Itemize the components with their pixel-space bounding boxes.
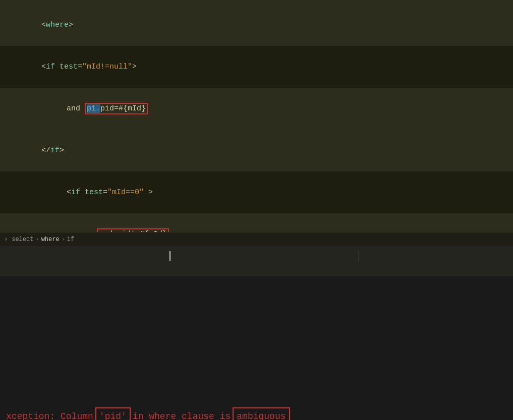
error-pid-box: 'pid'	[95, 407, 131, 420]
error-prefix: xception: Column	[6, 409, 93, 420]
breadcrumb-select[interactable]: select	[12, 236, 33, 243]
error-ambiguous-box: ambiguous	[233, 407, 290, 420]
breadcrumb-where[interactable]: where	[41, 236, 60, 243]
error-message: xception: Column 'pid' in where clause i…	[0, 403, 513, 420]
code-line-if1-close: </if>	[0, 130, 513, 171]
code-line-and1: and p1.pid=#{mId}	[0, 88, 513, 130]
cursor-line-1	[169, 251, 170, 261]
code-line-if2: <if test="mId==0" >	[0, 171, 513, 213]
code-line-and2: and pid!=#{mId}	[0, 213, 513, 232]
code-line-where-partial: <where>	[0, 4, 513, 46]
code-line-if1: <if test="mId!=null">	[0, 46, 513, 88]
bottom-panel: xception: Column 'pid' in where clause i…	[0, 276, 513, 420]
breadcrumb-bar: › select › where › if	[0, 232, 513, 246]
error-middle: in where clause is	[133, 409, 231, 420]
code-editor: <where> <if test="mId!=null"> and p1.pid…	[0, 0, 513, 232]
breadcrumb-if: if	[67, 236, 74, 243]
cursor-area	[0, 246, 513, 276]
cursor-line-2	[359, 251, 359, 261]
breadcrumb-dot: ›	[4, 236, 8, 243]
